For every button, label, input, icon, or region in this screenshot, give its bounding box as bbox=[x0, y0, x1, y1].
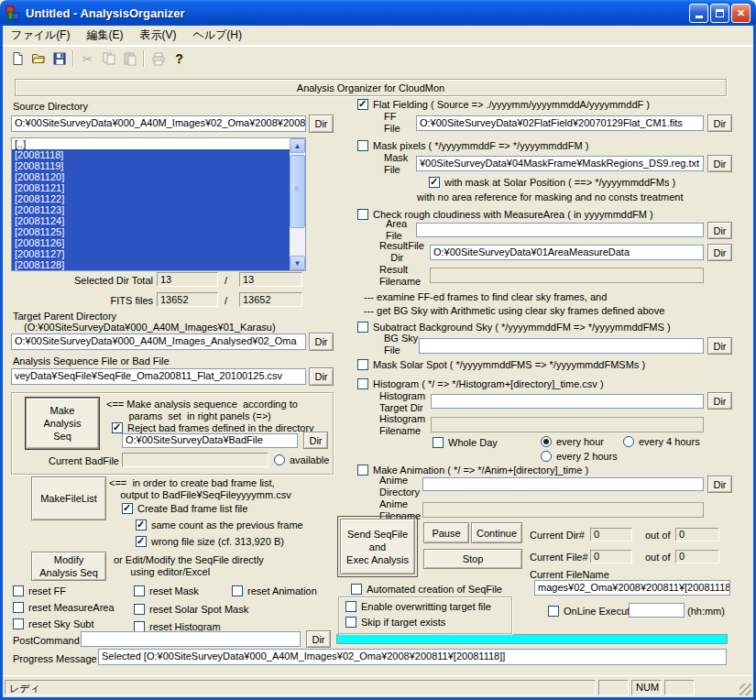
checkbox-box bbox=[134, 585, 145, 596]
mask-solar-spot-checkbox[interactable]: Mask Solar Spot ( */yyyymmddFMS => */yyy… bbox=[357, 359, 645, 370]
close-button[interactable]: ✕ bbox=[731, 4, 751, 23]
slash-separator: / bbox=[225, 275, 227, 287]
menu-file[interactable]: ファイル(F) bbox=[3, 25, 78, 46]
list-item[interactable]: [20081120] bbox=[12, 171, 290, 182]
source-dir-button[interactable]: Dir bbox=[309, 115, 334, 133]
make-analysis-seq-button[interactable]: Make Analysis Seq bbox=[26, 398, 99, 449]
selected-dir-total-label: Selected Dir Total bbox=[18, 275, 153, 287]
checkbox-box bbox=[345, 617, 356, 628]
same-count-checkbox[interactable]: same count as the previous frame bbox=[136, 520, 303, 530]
whole-day-checkbox[interactable]: Whole Day bbox=[433, 437, 498, 448]
wrong-file-size-checkbox[interactable]: wrong file size (cf. 313,920 B) bbox=[136, 536, 284, 547]
every-hour-radio[interactable]: every hour bbox=[541, 436, 604, 447]
scrollbar-thumb[interactable] bbox=[290, 155, 305, 228]
bg-sky-file-input[interactable] bbox=[419, 338, 704, 354]
seqfile-dir-button[interactable]: Dir bbox=[309, 367, 334, 386]
current-file-value: 0 bbox=[590, 550, 632, 563]
stop-button[interactable]: Stop bbox=[423, 549, 522, 569]
solar-position-checkbox[interactable]: with mask at Solar Position ( ==> */yyyy… bbox=[429, 177, 675, 188]
target-parent-input[interactable]: O:¥00SiteSurveyData¥000_A40M_Images_Anal… bbox=[11, 334, 306, 350]
postcommand-dir-button[interactable]: Dir bbox=[306, 630, 331, 648]
mask-file-input[interactable]: ¥00SiteSurveyData¥04MaskFrame¥MaskRegion… bbox=[416, 156, 704, 171]
flat-fielding-checkbox[interactable]: Flat Fielding ( Source => ./yyyymm/yyyym… bbox=[357, 99, 650, 110]
cut-icon[interactable]: ✂ bbox=[77, 49, 98, 69]
histogram-target-input[interactable] bbox=[431, 394, 704, 409]
source-directory-input[interactable]: O:¥00SiteSurveyData¥000_A40M_Images¥02_O… bbox=[11, 115, 306, 132]
list-item[interactable]: [20081122] bbox=[12, 193, 290, 204]
mask-file-dir-button[interactable]: Dir bbox=[707, 155, 732, 172]
available-radio[interactable]: available bbox=[274, 454, 329, 465]
reset-animation-checkbox[interactable]: reset Animation bbox=[232, 585, 317, 596]
reset-mask-checkbox[interactable]: reset Mask bbox=[134, 585, 199, 596]
create-bad-list-checkbox[interactable]: Create Bad frame list file bbox=[122, 503, 247, 514]
paste-icon[interactable] bbox=[119, 49, 140, 69]
minimize-button[interactable] bbox=[689, 4, 708, 23]
area-file-dir-button[interactable]: Dir bbox=[707, 222, 732, 239]
checkbox-box bbox=[357, 99, 368, 110]
seqfile-input[interactable]: veyData¥SeqFile¥SeqFile_Oma200811_Flat_2… bbox=[11, 368, 306, 385]
reset-sky-subt-checkbox[interactable]: reset Sky Subt bbox=[13, 618, 94, 629]
histogram-dir-button[interactable]: Dir bbox=[707, 392, 732, 410]
postcommand-input[interactable] bbox=[81, 631, 301, 647]
list-item[interactable]: [20081121] bbox=[12, 182, 290, 193]
subtract-bg-sky-checkbox[interactable]: Subatract Background Sky ( */yyyymmddFM … bbox=[357, 322, 671, 333]
automated-seqfile-checkbox[interactable]: Automated creation of SeqFile bbox=[351, 584, 502, 595]
reset-measurearea-checkbox[interactable]: reset MeasureArea bbox=[13, 602, 115, 613]
copy-icon[interactable] bbox=[98, 49, 119, 69]
menu-help[interactable]: ヘルプ(H) bbox=[184, 25, 250, 46]
scroll-down-icon[interactable]: ▼ bbox=[290, 256, 305, 270]
anime-directory-label: Anime Directory bbox=[379, 475, 420, 498]
bg-sky-dir-button[interactable]: Dir bbox=[707, 337, 732, 355]
histogram-checkbox[interactable]: Histogram ( */ => */Histogram+[directory… bbox=[357, 378, 604, 389]
modify-analysis-seq-button[interactable]: Modify Analysis Seq bbox=[31, 552, 106, 581]
toolbar-separator bbox=[72, 50, 74, 67]
skip-if-exists-checkbox[interactable]: Skip if target exists bbox=[345, 617, 445, 628]
reset-solar-spot-checkbox[interactable]: reset Solar Spot Mask bbox=[134, 604, 248, 615]
list-item[interactable]: [20081119] bbox=[12, 160, 290, 171]
anime-directory-input[interactable] bbox=[422, 477, 704, 491]
ff-file-input[interactable]: O:¥00SiteSurveyData¥02FlatField¥20070129… bbox=[416, 115, 704, 131]
new-file-icon[interactable] bbox=[6, 49, 27, 69]
badfile-dir-input[interactable]: O:¥00SiteSurveyData¥BadFile bbox=[122, 433, 298, 448]
online-time-input[interactable] bbox=[629, 603, 685, 618]
list-item[interactable]: [20081118] bbox=[12, 149, 290, 160]
reject-bad-frames-checkbox[interactable]: Reject bad frames defined in the directo… bbox=[112, 422, 314, 433]
enable-overwrite-checkbox[interactable]: Enable overwritting target file bbox=[345, 601, 491, 612]
list-item[interactable]: [20081126] bbox=[12, 237, 290, 248]
send-seqfile-button[interactable]: Send SeqFile and Exec Analysis bbox=[340, 519, 415, 574]
resultfile-dir-button[interactable]: Dir bbox=[707, 244, 732, 261]
anime-dir-button[interactable]: Dir bbox=[707, 476, 732, 493]
save-icon[interactable] bbox=[49, 49, 70, 69]
continue-button[interactable]: Continue bbox=[471, 522, 522, 543]
scrollbar[interactable]: ▲ ▼ bbox=[290, 138, 305, 270]
every-4-hours-radio[interactable]: every 4 hours bbox=[623, 436, 700, 447]
resultfile-dir-input[interactable]: O:¥00SiteSurveyData¥01AreaMeasureData bbox=[430, 245, 704, 260]
pause-button[interactable]: Pause bbox=[423, 522, 469, 543]
print-icon[interactable] bbox=[148, 49, 169, 69]
badfile-dir-button[interactable]: Dir bbox=[303, 432, 328, 449]
toolbar-separator bbox=[143, 50, 145, 67]
current-dir-outof: out of bbox=[645, 530, 671, 541]
mask-pixels-checkbox[interactable]: Mask pixels ( */yyyymmddF => */yyyymmddF… bbox=[357, 140, 588, 151]
every-2-hours-radio[interactable]: every 2 hours bbox=[541, 451, 618, 462]
target-dir-button[interactable]: Dir bbox=[309, 333, 334, 351]
open-folder-icon[interactable] bbox=[27, 49, 49, 69]
menu-edit[interactable]: 編集(E) bbox=[78, 25, 131, 46]
makefilelist-button[interactable]: MakeFileList bbox=[31, 476, 106, 520]
list-item[interactable]: [20081125] bbox=[12, 226, 290, 237]
source-directory-list[interactable]: [..] [20081118] [20081119] [20081120] [2… bbox=[11, 137, 306, 271]
list-item[interactable]: [20081127] bbox=[12, 248, 290, 259]
ff-file-dir-button[interactable]: Dir bbox=[707, 115, 732, 132]
menu-view[interactable]: 表示(V) bbox=[131, 25, 184, 46]
list-item[interactable]: [20081124] bbox=[12, 215, 290, 226]
area-file-input[interactable] bbox=[416, 223, 704, 237]
list-item[interactable]: [20081123] bbox=[12, 204, 290, 215]
list-item[interactable]: [20081128] bbox=[12, 259, 290, 270]
help-icon[interactable]: ? bbox=[169, 49, 190, 69]
reset-ff-checkbox[interactable]: reset FF bbox=[13, 585, 66, 596]
fits-files-value: 13652 bbox=[157, 292, 218, 307]
maximize-button[interactable] bbox=[710, 4, 729, 23]
resize-grip-icon[interactable] bbox=[740, 684, 751, 695]
scroll-up-icon[interactable]: ▲ bbox=[290, 138, 305, 153]
list-item[interactable]: [..] bbox=[12, 138, 290, 149]
